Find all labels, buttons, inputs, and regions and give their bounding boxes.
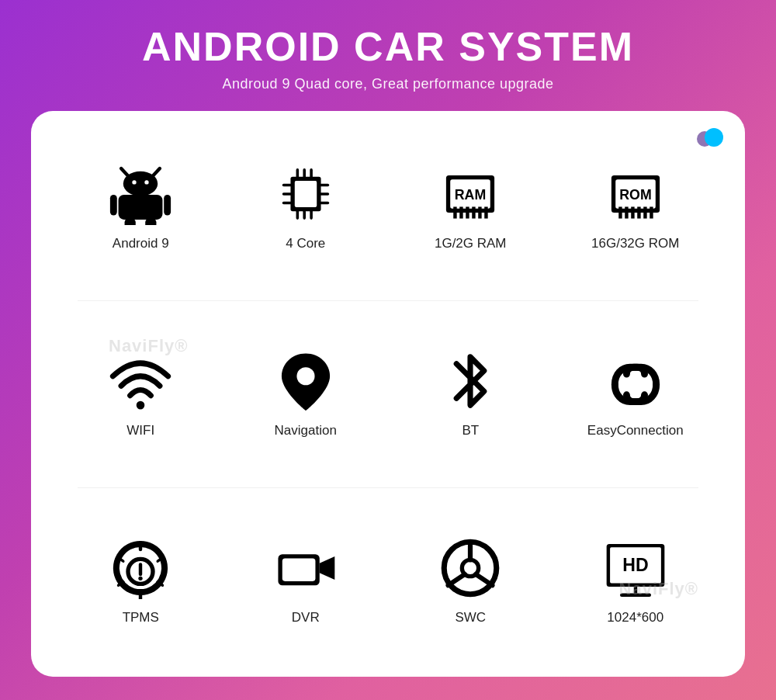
link-icon	[601, 350, 670, 412]
android-label: Android 9	[113, 236, 169, 251]
feature-dvr: DVR	[227, 529, 385, 633]
feature-swc: SWC	[392, 529, 549, 633]
feature-android: Android 9	[62, 155, 220, 259]
svg-rect-5	[119, 194, 163, 219]
feature-tpms: TPMS	[62, 529, 220, 633]
svg-rect-54	[282, 558, 316, 580]
svg-point-3	[133, 180, 137, 184]
page-title: ANDROID CAR SYSTEM	[142, 23, 634, 70]
bluetooth-icon	[435, 350, 505, 412]
tpms-icon	[106, 537, 175, 599]
feature-hd: HD 1024*600	[557, 529, 715, 633]
ram-icon: RAM	[435, 163, 505, 225]
navigation-label: Navigation	[275, 423, 337, 438]
wifi-label: WIFI	[126, 423, 154, 438]
svg-line-58	[449, 574, 465, 585]
feature-rom: ROM 16G/32G ROM	[557, 155, 715, 259]
svg-rect-8	[125, 218, 136, 225]
tpms-label: TPMS	[123, 610, 159, 625]
feature-ram: RAM 1G/2G RAM	[392, 155, 549, 259]
svg-text:ROM: ROM	[619, 187, 651, 203]
feature-wifi: WIFI	[62, 342, 220, 446]
svg-line-59	[476, 574, 492, 585]
svg-rect-11	[295, 181, 317, 207]
svg-point-42	[137, 400, 145, 409]
svg-text:HD: HD	[622, 555, 648, 575]
svg-rect-7	[164, 194, 171, 215]
svg-point-46	[139, 576, 143, 580]
features-row-1: Android 9	[62, 155, 714, 259]
cpu-icon	[271, 163, 341, 225]
svg-point-2	[123, 171, 158, 196]
feature-cpu: 4 Core	[227, 155, 385, 259]
feature-bt: BT	[392, 342, 549, 446]
wifi-icon	[106, 350, 175, 412]
rom-icon: ROM	[601, 163, 670, 225]
svg-text:RAM: RAM	[455, 187, 486, 203]
rom-label: 16G/32G ROM	[591, 236, 679, 251]
features-row-3: TPMS DVR	[62, 529, 714, 633]
hd-label: 1024*600	[607, 610, 663, 625]
swc-label: SWC	[455, 610, 486, 625]
logo-decoration	[694, 128, 723, 150]
dvr-label: DVR	[292, 610, 320, 625]
features-row-2: WIFI Navigation BT	[62, 342, 714, 446]
navigation-icon	[271, 350, 341, 412]
features-card: NaviFly® NaviFly®	[31, 111, 745, 677]
page-header: ANDROID CAR SYSTEM Androud 9 Quad core, …	[142, 23, 634, 92]
feature-easyconnection: EasyConnection	[557, 342, 715, 446]
feature-navigation: Navigation	[227, 342, 385, 446]
svg-point-4	[145, 180, 149, 184]
dvr-icon	[271, 537, 341, 599]
page-subtitle: Androud 9 Quad core, Great performance u…	[142, 76, 634, 92]
svg-rect-9	[145, 218, 156, 225]
divider-1	[78, 300, 698, 301]
divider-2	[78, 487, 698, 488]
android-icon	[106, 163, 175, 225]
steering-icon	[435, 537, 505, 599]
ram-label: 1G/2G RAM	[435, 236, 507, 251]
hd-icon: HD	[601, 537, 670, 599]
easyconnection-label: EasyConnection	[587, 423, 684, 438]
cpu-label: 4 Core	[286, 236, 325, 251]
bt-label: BT	[462, 423, 479, 438]
svg-rect-6	[110, 194, 117, 215]
svg-point-43	[296, 367, 314, 385]
